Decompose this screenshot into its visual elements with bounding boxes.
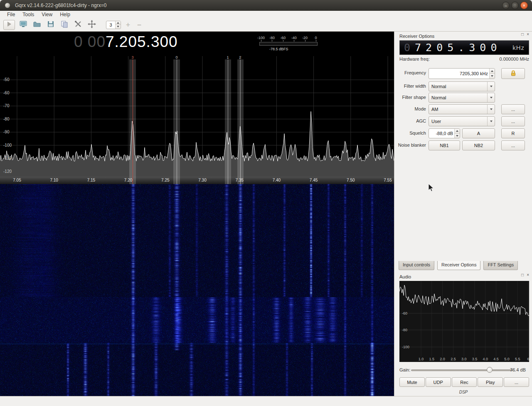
fullscreen-button[interactable] (86, 20, 97, 30)
receiver-dock-header: Receiver Options □ × (399, 32, 529, 38)
frequency-spin-arrows[interactable] (489, 69, 495, 79)
menu-file[interactable]: File (3, 11, 19, 18)
receiver-dock-title: Receiver Options (399, 34, 434, 39)
save-settings-button[interactable] (45, 20, 56, 30)
audio-spectrum[interactable]: -60-80-1001.01.52.02.53.03.54.04.55.05.5… (399, 281, 529, 362)
mode-combo[interactable]: AM (429, 104, 495, 114)
svg-text:1.0: 1.0 (419, 357, 424, 361)
mode-label: Mode (394, 106, 426, 111)
tab-receiver-options[interactable]: Receiver Options (437, 261, 480, 270)
audio-options-button[interactable]: ... (504, 377, 529, 387)
nb2-button[interactable]: NB2 (462, 140, 495, 150)
play-button[interactable]: Play (478, 377, 503, 387)
hardware-freq-row: Hardware freq: 0.000000 MHz (399, 57, 529, 62)
filter-shape-label: Filter shape (394, 95, 426, 100)
svg-text:-100: -100 (402, 345, 409, 349)
svg-text:5.5: 5.5 (515, 357, 520, 361)
filter-shape-combo[interactable]: Normal (429, 93, 495, 103)
hardware-freq-value: 0.000000 MHz (499, 57, 529, 62)
menu-tools[interactable]: Tools (19, 11, 38, 18)
record-button[interactable] (59, 20, 70, 30)
nb1-button[interactable]: NB1 (429, 140, 460, 150)
chevron-down-icon (487, 117, 495, 126)
frequency-lcd[interactable]: 07205.300 kHz (399, 40, 529, 55)
frequency-row: Frequency 7205,300 kHz (394, 68, 532, 78)
filter-width-combo[interactable]: Normal (429, 81, 495, 91)
bookmark-label: 3 (131, 55, 133, 59)
chevron-down-icon (487, 82, 495, 91)
bookmark-line (177, 59, 177, 184)
squelch-spinbox[interactable]: -88,0 dB (429, 128, 460, 138)
nb-options-button[interactable]: ... (501, 140, 525, 150)
filter-width-row: Filter width Normal (394, 81, 532, 91)
configure-button[interactable] (73, 20, 84, 30)
squelch-spin-arrows[interactable] (454, 129, 460, 138)
mode-options-button[interactable]: ... (501, 104, 525, 114)
gain-slider-track[interactable] (411, 369, 513, 371)
dock-tabbar: Input controls Receiver Options FFT Sett… (399, 261, 518, 270)
lock-icon (510, 70, 517, 77)
bookmark-line (228, 59, 228, 184)
svg-text:2.5: 2.5 (451, 357, 456, 361)
right-panel: Receiver Options □ × 07205.300 kHz Hardw… (394, 32, 532, 396)
frequency-label: Frequency (394, 70, 426, 75)
maximize-button[interactable]: □ (511, 2, 519, 9)
bookmark-label: 1 (227, 55, 229, 59)
titlebar[interactable]: Gqrx v2.14.6-222-g6801fc4-dirty - ngrx=0… (0, 0, 532, 11)
mode-value: AM (429, 107, 487, 112)
agc-combo[interactable]: User (429, 116, 495, 126)
squelch-row: Squelch -88,0 dB A R (394, 128, 532, 138)
start-dsp-button[interactable] (3, 20, 15, 30)
squelch-value: -88,0 dB (429, 129, 454, 138)
rec-button[interactable]: Rec (452, 377, 477, 387)
svg-text:-80: -80 (402, 328, 407, 332)
noise-blanker-label: Noise blanker (394, 143, 426, 148)
dock-close-icon[interactable]: × (527, 273, 529, 278)
spinbox-arrows[interactable] (115, 21, 121, 29)
waterfall-display[interactable] (0, 184, 394, 396)
svg-text:5.0: 5.0 (504, 357, 510, 361)
toolbar-spinbox[interactable]: 3 (106, 21, 121, 29)
squelch-auto-button[interactable]: A (462, 128, 495, 138)
agc-row: AGC User ... (394, 116, 532, 126)
audio-buttons: Mute UDP Rec Play ... (399, 377, 529, 387)
zoom-out-button[interactable]: − (135, 20, 143, 30)
squelch-reset-button[interactable]: R (501, 128, 525, 138)
svg-text:4.0: 4.0 (483, 357, 488, 361)
dock-float-icon[interactable]: □ (521, 32, 524, 37)
menu-help[interactable]: Help (56, 11, 74, 18)
minimize-button[interactable]: – (502, 2, 510, 9)
frequency-lock-button[interactable] (501, 68, 525, 79)
tools-cross-icon (74, 20, 82, 30)
mode-row: Mode AM ... (394, 104, 532, 114)
spectrum-panel[interactable]: 0 007.205.300 -100-80-60-40-200 -78.5 dB… (0, 32, 394, 184)
agc-value: User (429, 119, 487, 124)
load-settings-button[interactable] (32, 20, 42, 30)
gain-value: 76.4 dB (510, 367, 526, 372)
zoom-in-button[interactable]: + (124, 20, 132, 30)
app-icon (5, 3, 10, 8)
tuning-line (133, 59, 133, 184)
play-icon (5, 20, 13, 30)
close-button[interactable]: × (520, 2, 528, 9)
tab-input-controls[interactable]: Input controls (399, 261, 434, 270)
udp-button[interactable]: UDP (426, 377, 451, 387)
gain-slider-handle[interactable] (487, 367, 493, 373)
menu-view[interactable]: View (38, 11, 56, 18)
hardware-freq-label: Hardware freq: (399, 57, 430, 62)
bookmark-overlays: 3012 (0, 32, 394, 184)
chevron-down-icon (487, 105, 495, 114)
mute-button[interactable]: Mute (399, 377, 425, 387)
filter-shape-value: Normal (429, 95, 487, 100)
io-devices-button[interactable] (18, 20, 29, 30)
bookmark-line (240, 59, 241, 184)
dsp-label: DSP (394, 390, 532, 394)
gain-row: Gain: 76.4 dB (394, 367, 532, 373)
frequency-spinbox[interactable]: 7205,300 kHz (429, 68, 495, 79)
statusbar (0, 396, 532, 406)
dock-float-icon[interactable]: □ (521, 273, 524, 278)
gain-label: Gain: (399, 367, 410, 372)
dock-close-icon[interactable]: × (527, 32, 529, 37)
agc-options-button[interactable]: ... (501, 116, 525, 126)
tab-fft-settings[interactable]: FFT Settings (483, 261, 518, 270)
